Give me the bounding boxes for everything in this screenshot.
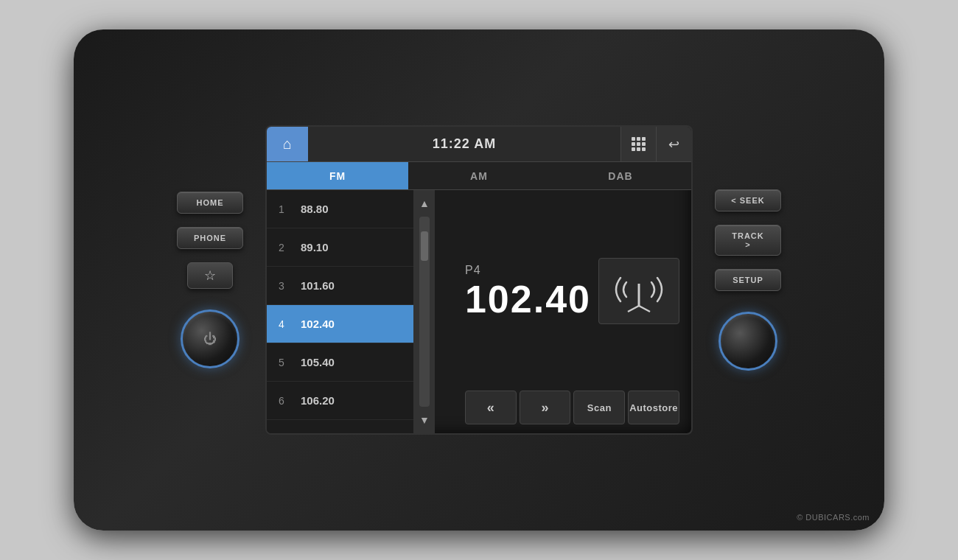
frequency-display: 102.40 — [465, 280, 591, 318]
preset-list: 1 88.80 2 89.10 3 101.60 4 102.40 — [267, 190, 414, 433]
preset-item-2[interactable]: 2 89.10 — [267, 228, 413, 267]
tab-am[interactable]: AM — [408, 162, 550, 189]
power-knob-container: ⏻ — [181, 309, 240, 368]
preset-num-1: 1 — [274, 203, 289, 215]
phone-button[interactable]: PHONE — [177, 227, 243, 249]
infotainment-screen: ⌂ 11:22 AM ↩ FM AM DAB — [265, 125, 693, 435]
scroll-up-arrow[interactable]: ▲ — [415, 193, 434, 214]
scroll-thumb[interactable] — [421, 231, 428, 261]
preset-item-5[interactable]: 5 105.40 — [267, 343, 413, 382]
signal-icon-box — [598, 258, 679, 324]
list-scroll-container: 1 88.80 2 89.10 3 101.60 4 102.40 — [267, 190, 453, 433]
tab-fm[interactable]: FM — [267, 162, 408, 189]
watermark: © DUBICARS.com — [797, 513, 870, 522]
preset-item-6[interactable]: 6 106.20 — [267, 382, 413, 420]
tab-bar: FM AM DAB — [267, 162, 691, 190]
station-name: P4 — [465, 264, 591, 277]
rewind-button[interactable]: « — [465, 391, 517, 424]
volume-knob[interactable] — [718, 312, 777, 371]
preset-num-3: 3 — [274, 280, 289, 292]
preset-freq-5: 105.40 — [301, 356, 335, 368]
power-knob[interactable]: ⏻ — [181, 309, 240, 368]
preset-freq-4: 102.40 — [301, 318, 335, 330]
now-playing: P4 102.40 — [465, 199, 679, 383]
preset-num-2: 2 — [274, 242, 289, 253]
home-button[interactable]: HOME — [177, 192, 243, 214]
right-panel: P4 102.40 — [453, 190, 691, 433]
top-bar: ⌂ 11:22 AM ↩ — [267, 127, 691, 162]
car-panel: HOME PHONE ☆ ⏻ ⌂ 11:22 AM ↩ — [74, 29, 884, 531]
preset-freq-1: 88.80 — [301, 203, 329, 215]
station-info: P4 102.40 — [465, 264, 591, 318]
left-controls: HOME PHONE ☆ ⏻ — [177, 192, 243, 368]
grid-icon — [632, 137, 646, 151]
back-icon: ↩ — [668, 136, 679, 153]
home-icon: ⌂ — [283, 136, 292, 153]
preset-num-4: 4 — [274, 318, 289, 330]
scan-button[interactable]: Scan — [573, 391, 625, 424]
main-content: 1 88.80 2 89.10 3 101.60 4 102.40 — [267, 190, 691, 433]
favorite-button[interactable]: ☆ — [187, 262, 233, 289]
preset-freq-6: 106.20 — [301, 394, 335, 407]
bottom-controls: « » Scan Autostore — [465, 391, 679, 424]
svg-line-2 — [639, 306, 650, 312]
preset-freq-2: 89.10 — [301, 241, 329, 253]
scroll-down-arrow[interactable]: ▼ — [415, 410, 434, 430]
preset-num-6: 6 — [274, 395, 289, 407]
home-screen-button[interactable]: ⌂ — [267, 127, 308, 161]
setup-button[interactable]: SETUP — [715, 269, 781, 291]
preset-item-1[interactable]: 1 88.80 — [267, 190, 413, 228]
time-display: 11:22 AM — [308, 127, 620, 161]
scroll-track — [419, 217, 430, 407]
preset-item-3[interactable]: 3 101.60 — [267, 267, 413, 305]
preset-item-4[interactable]: 4 102.40 — [267, 305, 413, 343]
now-playing-row: P4 102.40 — [465, 258, 679, 324]
svg-line-1 — [628, 306, 639, 312]
grid-view-button[interactable] — [620, 127, 656, 161]
scroll-bar: ▲ ▼ — [414, 190, 435, 433]
preset-num-5: 5 — [274, 357, 289, 368]
preset-freq-3: 101.60 — [301, 279, 335, 292]
tab-dab[interactable]: DAB — [550, 162, 691, 189]
forward-button[interactable]: » — [520, 391, 571, 424]
track-button[interactable]: TRACK > — [715, 225, 781, 256]
autostore-button[interactable]: Autostore — [628, 391, 679, 424]
power-icon: ⏻ — [203, 332, 217, 347]
seek-button[interactable]: < SEEK — [715, 189, 781, 211]
right-controls: < SEEK TRACK > SETUP — [715, 189, 781, 371]
signal-icon — [613, 269, 665, 313]
back-button[interactable]: ↩ — [656, 127, 691, 161]
